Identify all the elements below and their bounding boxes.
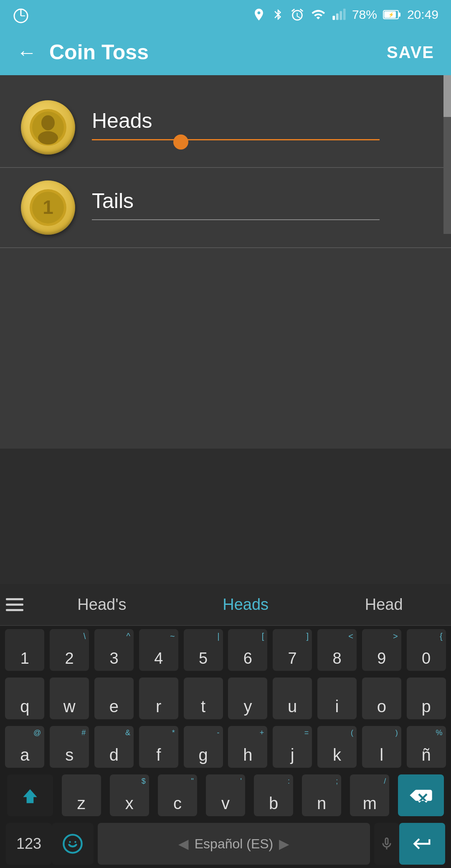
svg-rect-3	[332, 16, 335, 20]
key-1[interactable]: 1	[5, 629, 44, 671]
key-0[interactable]: {0	[407, 629, 446, 671]
key-s[interactable]: #s	[50, 726, 89, 768]
key-6[interactable]: [6	[228, 629, 267, 671]
key-n-tilde[interactable]: %ñ	[407, 726, 446, 768]
key-f[interactable]: *f	[139, 726, 178, 768]
app-title: Coin Toss	[49, 40, 149, 64]
battery-icon: ⚡	[383, 9, 401, 20]
main-content: 1	[0, 75, 451, 265]
svg-text:⚡: ⚡	[388, 12, 394, 18]
tails-number-icon: 1	[29, 189, 67, 226]
suggestions-list: Head's Heads Head	[29, 591, 451, 618]
backspace-key[interactable]	[398, 774, 444, 816]
svg-rect-8	[398, 13, 400, 17]
key-k[interactable]: (k	[317, 726, 357, 768]
lang-arrow-left: ◀	[178, 836, 189, 852]
key-m[interactable]: /m	[350, 774, 389, 816]
hamburger-line-2	[6, 604, 23, 606]
key-a[interactable]: @a	[5, 726, 44, 768]
svg-point-13	[41, 115, 55, 130]
svg-rect-4	[336, 13, 339, 20]
numbers-label: 123	[16, 835, 41, 853]
tails-coin: 1	[21, 180, 75, 235]
key-w[interactable]: w	[50, 678, 89, 719]
svg-point-14	[38, 131, 58, 145]
key-e[interactable]: e	[94, 678, 134, 719]
key-u[interactable]: u	[273, 678, 312, 719]
shift-icon	[20, 785, 41, 806]
emoji-icon	[62, 833, 84, 855]
svg-point-19	[69, 841, 71, 843]
tails-input-container	[92, 180, 430, 220]
location-icon	[252, 8, 266, 22]
time-display: 20:49	[407, 8, 438, 22]
voice-key[interactable]	[374, 823, 399, 865]
suggestion-heads-possessive[interactable]: Head's	[65, 591, 139, 618]
key-2[interactable]: \2	[50, 629, 89, 671]
space-key[interactable]: ◀ Español (ES) ▶	[98, 823, 370, 865]
key-d[interactable]: &d	[94, 726, 134, 768]
key-x[interactable]: $x	[110, 774, 149, 816]
top-bar-left: ← Coin Toss	[17, 40, 149, 64]
key-l[interactable]: )l	[362, 726, 401, 768]
svg-point-18	[63, 835, 81, 853]
heads-input-container	[92, 100, 430, 140]
suggestions-menu-button[interactable]	[0, 598, 29, 611]
suggestion-head[interactable]: Head	[352, 591, 416, 618]
key-7[interactable]: ]7	[273, 629, 312, 671]
key-3[interactable]: ^3	[94, 629, 134, 671]
svg-point-20	[74, 841, 76, 843]
heads-row	[0, 88, 451, 167]
emoji-key[interactable]	[52, 823, 94, 865]
hamburger-line-3	[6, 609, 23, 611]
key-8[interactable]: <8	[317, 629, 357, 671]
keyboard: Head's Heads Head 1 \2 ^3 ~4 |5 [6 ]7 <8…	[0, 584, 451, 868]
key-q[interactable]: q	[5, 678, 44, 719]
status-bar: 78% ⚡ 20:49	[0, 0, 451, 29]
alarm-icon	[290, 8, 304, 22]
asdf-row: @a #s &d *f -g +h =j (k )l %ñ	[0, 723, 451, 771]
heads-input[interactable]	[92, 104, 380, 140]
divider-2	[0, 247, 451, 248]
scrollbar[interactable]	[443, 75, 451, 234]
heads-input-wrapper[interactable]	[92, 104, 430, 140]
scrollbar-thumb[interactable]	[443, 75, 451, 117]
key-v[interactable]: 'v	[206, 774, 245, 816]
key-5[interactable]: |5	[184, 629, 223, 671]
key-o[interactable]: o	[362, 678, 401, 719]
key-b[interactable]: :b	[254, 774, 293, 816]
key-n[interactable]: ;n	[302, 774, 341, 816]
key-t[interactable]: t	[184, 678, 223, 719]
suggestion-heads[interactable]: Heads	[210, 591, 281, 618]
hamburger-icon	[6, 598, 23, 611]
battery-level: 78%	[352, 8, 377, 22]
enter-icon	[411, 833, 433, 855]
key-4[interactable]: ~4	[139, 629, 178, 671]
back-button[interactable]: ←	[17, 41, 37, 64]
key-9[interactable]: >9	[362, 629, 401, 671]
save-button[interactable]: SAVE	[387, 43, 434, 62]
bottom-key-row: 123 ◀ Español (ES) ▶	[0, 820, 451, 868]
hamburger-line-1	[6, 598, 23, 600]
signal-icon	[332, 8, 346, 22]
key-g[interactable]: -g	[184, 726, 223, 768]
wifi-icon	[310, 8, 326, 22]
key-j[interactable]: =j	[273, 726, 312, 768]
qwerty-row: q w e r t y u i o p	[0, 674, 451, 723]
enter-key[interactable]	[399, 823, 445, 865]
key-z[interactable]: z	[62, 774, 101, 816]
status-bar-left-icon	[13, 8, 29, 26]
key-h[interactable]: +h	[228, 726, 267, 768]
key-c[interactable]: "c	[158, 774, 197, 816]
svg-rect-5	[340, 11, 342, 20]
key-p[interactable]: p	[407, 678, 446, 719]
backspace-icon	[410, 787, 432, 804]
key-i[interactable]: i	[317, 678, 357, 719]
status-icons: 78% ⚡ 20:49	[252, 8, 438, 22]
key-r[interactable]: r	[139, 678, 178, 719]
shift-key[interactable]	[7, 774, 53, 816]
numbers-key[interactable]: 123	[6, 823, 52, 865]
heads-coin	[21, 100, 75, 155]
key-y[interactable]: y	[228, 678, 267, 719]
tails-input[interactable]	[92, 185, 380, 220]
